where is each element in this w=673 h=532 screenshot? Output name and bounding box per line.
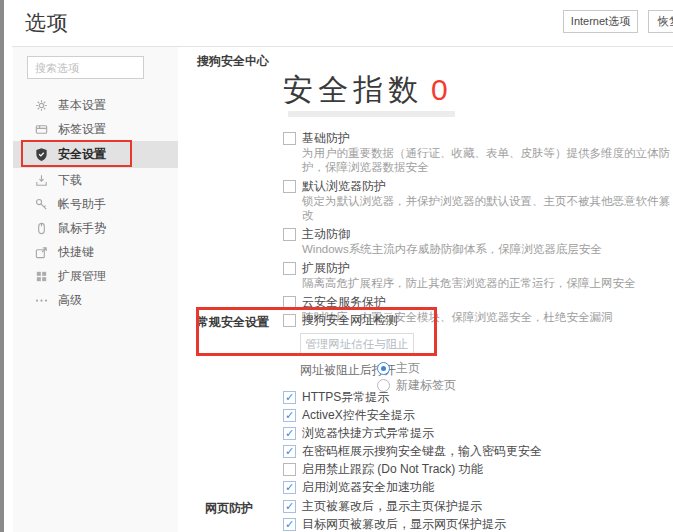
extension-protection-checkbox[interactable] bbox=[283, 262, 296, 275]
sidebar-item-label: 帐号助手 bbox=[58, 196, 106, 213]
sidebar-item-security-settings[interactable]: 安全设置 bbox=[13, 141, 178, 168]
basic-protection-checkbox[interactable] bbox=[283, 132, 296, 145]
sidebar-item-tab-settings[interactable]: 标签设置 bbox=[13, 117, 178, 141]
security-score-bar bbox=[288, 111, 455, 117]
section-label-general-security: 常规安全设置 bbox=[197, 314, 269, 331]
general-options-list: HTTPS异常提示 ActiveX控件安全提示 浏览器快捷方式异常提示 在密码框… bbox=[283, 390, 542, 498]
sidebar-item-label: 安全设置 bbox=[58, 146, 106, 163]
internet-options-button[interactable]: Internet选项 bbox=[563, 10, 638, 33]
homepage-tamper-alert-checkbox[interactable] bbox=[283, 500, 296, 513]
option-row: HTTPS异常提示 bbox=[283, 390, 542, 404]
secure-keyboard-checkbox[interactable] bbox=[283, 445, 296, 458]
protection-item: 扩展防护 隔离高危扩展程序，防止其危害浏览器的正常运行，保障上网安全 bbox=[283, 261, 671, 290]
manage-url-trust-button[interactable]: 管理网址信任与阻止 bbox=[300, 333, 414, 355]
homepage-radio[interactable] bbox=[377, 362, 390, 375]
grid-icon bbox=[33, 268, 49, 284]
settings-sidebar: 基本设置 标签设置 安全设置 下载 bbox=[13, 47, 178, 532]
window-edge bbox=[0, 0, 4, 532]
https-warning-checkbox[interactable] bbox=[283, 391, 296, 404]
sidebar-item-shortcut-keys[interactable]: 快捷键 bbox=[13, 240, 178, 264]
target-page-tamper-alert-checkbox[interactable] bbox=[283, 518, 296, 531]
sidebar-item-label: 标签设置 bbox=[58, 121, 106, 138]
sidebar-item-label: 基本设置 bbox=[58, 97, 106, 114]
security-score-value: 0 bbox=[431, 73, 448, 106]
option-row: 目标网页被篡改后，显示网页保护提示 bbox=[283, 517, 506, 531]
sidebar-item-download[interactable]: 下载 bbox=[13, 168, 178, 192]
sidebar-item-label: 高级 bbox=[58, 292, 82, 309]
sidebar-item-label: 扩展管理 bbox=[58, 268, 106, 285]
option-row: 启用禁止跟踪 (Do Not Track) 功能 bbox=[283, 462, 542, 476]
option-row: 浏览器快捷方式异常提示 bbox=[283, 426, 542, 440]
protection-list: 基础防护 为用户的重要数据（通行证、收藏、表单、皮肤等）提供多维度的立体防护，保… bbox=[283, 131, 671, 329]
shortcut-anomaly-checkbox[interactable] bbox=[283, 427, 296, 440]
sidebar-item-basic-settings[interactable]: 基本设置 bbox=[13, 93, 178, 117]
activex-warning-checkbox[interactable] bbox=[283, 409, 296, 422]
sogou-url-check-checkbox[interactable] bbox=[283, 314, 296, 327]
do-not-track-checkbox[interactable] bbox=[283, 463, 296, 476]
section-label-security-center: 搜狗安全中心 bbox=[197, 53, 269, 70]
section-label-webpage-protection: 网页防护 bbox=[205, 500, 253, 517]
protection-item: 基础防护 为用户的重要数据（通行证、收藏、表单、皮肤等）提供多维度的立体防护，保… bbox=[283, 131, 671, 174]
protection-item: 默认浏览器防护 锁定为默认浏览器，并保护浏览器的默认设置、主页不被其他恶意软件篡… bbox=[283, 179, 671, 222]
search-input[interactable] bbox=[27, 56, 144, 79]
options-page: 选项 Internet选项 恢复 基本设置 标签设置 安全设 bbox=[0, 0, 673, 532]
shortcut-icon bbox=[33, 244, 49, 260]
sidebar-item-label: 快捷键 bbox=[58, 244, 94, 261]
security-score: 安全指数0 bbox=[283, 70, 448, 111]
mouse-icon bbox=[33, 220, 49, 236]
active-defense-checkbox[interactable] bbox=[283, 228, 296, 241]
url-check-row: 搜狗安全网址检测 bbox=[283, 313, 398, 327]
key-icon bbox=[33, 196, 49, 212]
sidebar-item-label: 下载 bbox=[58, 172, 82, 189]
webpage-protection-list: 主页被篡改后，显示主页保护提示 目标网页被篡改后，显示网页保护提示 bbox=[283, 499, 506, 532]
sidebar-item-advanced[interactable]: 高级 bbox=[13, 288, 178, 312]
option-row: 在密码框展示搜狗安全键盘，输入密码更安全 bbox=[283, 444, 542, 458]
download-icon bbox=[33, 172, 49, 188]
security-score-title: 安全指数 bbox=[283, 73, 423, 106]
sidebar-item-label: 鼠标手势 bbox=[58, 220, 106, 237]
default-browser-protection-checkbox[interactable] bbox=[283, 180, 296, 193]
sidebar-item-account-helper[interactable]: 帐号助手 bbox=[13, 192, 178, 216]
option-row: 主页被篡改后，显示主页保护提示 bbox=[283, 499, 506, 513]
radio-option-homepage: 主页 bbox=[377, 361, 420, 375]
restore-defaults-button[interactable]: 恢复 bbox=[648, 10, 673, 33]
sidebar-item-extension-manager[interactable]: 扩展管理 bbox=[13, 264, 178, 288]
page-title: 选项 bbox=[25, 9, 69, 37]
gear-icon bbox=[33, 97, 49, 113]
option-row: ActiveX控件安全提示 bbox=[283, 408, 542, 422]
sidebar-menu: 基本设置 标签设置 安全设置 下载 bbox=[13, 93, 178, 312]
protection-item: 主动防御 Windows系统主流内存威胁防御体系，保障浏览器底层安全 bbox=[283, 227, 671, 256]
ellipsis-icon bbox=[33, 292, 49, 308]
cloud-security-checkbox[interactable] bbox=[283, 296, 296, 309]
tabs-icon bbox=[33, 121, 49, 137]
secure-acceleration-checkbox[interactable] bbox=[283, 481, 296, 494]
shield-icon bbox=[33, 147, 49, 163]
sidebar-item-mouse-gesture[interactable]: 鼠标手势 bbox=[13, 216, 178, 240]
option-row: 启用浏览器安全加速功能 bbox=[283, 480, 542, 494]
